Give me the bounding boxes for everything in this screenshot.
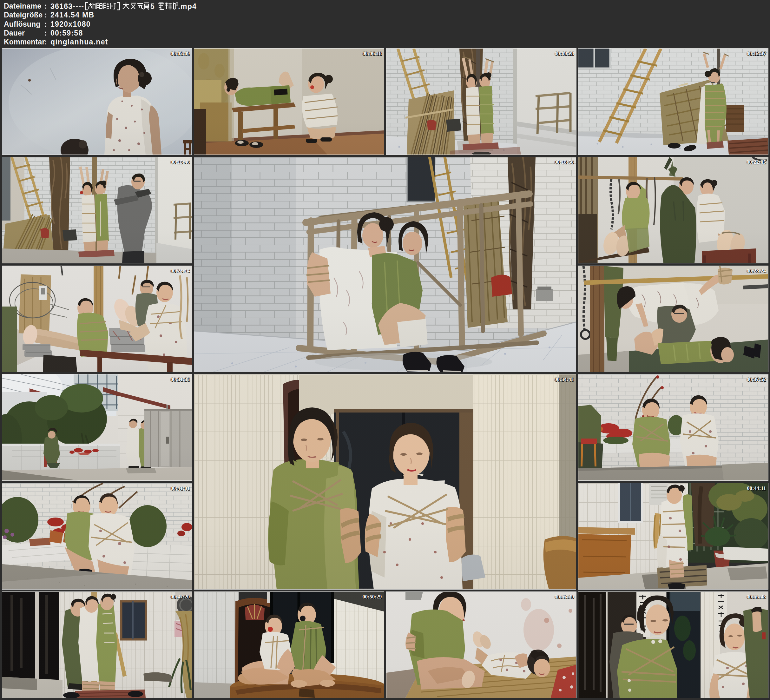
svg-text:5: 5 [150,2,155,10]
